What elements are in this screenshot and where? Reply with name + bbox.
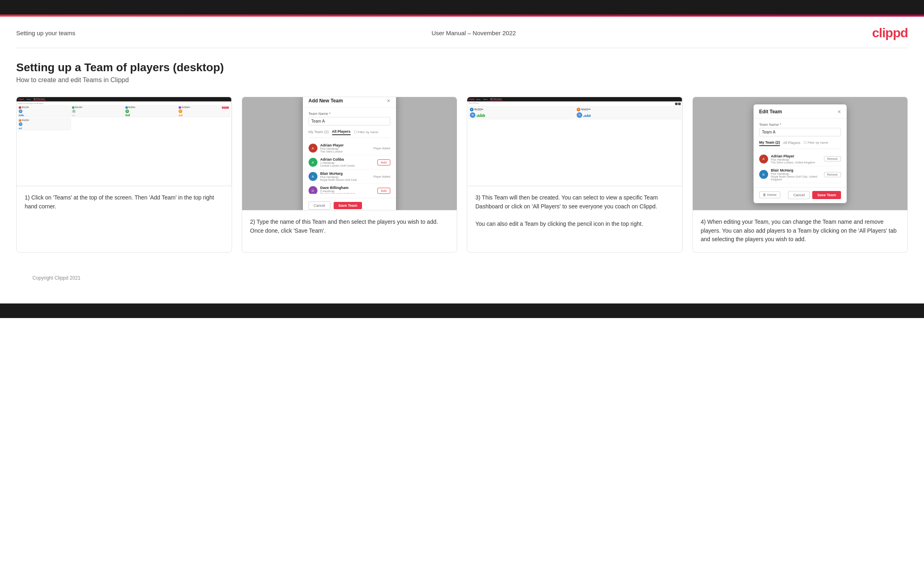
ss3-nav-performance: My Performance — [490, 98, 502, 100]
edit-save-button[interactable]: Save Team — [812, 191, 841, 199]
ss1-avatar-4: D — [179, 106, 181, 109]
edit-filter: ☐ Filter by name — [804, 141, 828, 144]
team-name-label: Team Name * — [309, 112, 390, 116]
ss1-avatar-3: B — [126, 106, 128, 109]
modal-body: Team Name * My Team (2) All Players ☐ Fi… — [303, 108, 396, 198]
player-info-4: Dave Billingham 5 Handicap The Dog Mangi… — [320, 186, 375, 194]
player-badge-3: Player Added — [373, 175, 390, 178]
ss1-avatar-2: A — [72, 106, 75, 109]
screenshot-4: Edit Team × Team Name * My Team (2) All … — [693, 97, 908, 210]
ss3-player-1: B Blair McHarg Plus Handicap 94 — [468, 106, 574, 119]
ss3-player-count: Players: All Players — [468, 103, 479, 105]
ss1-player-2: A Adrian Collins Plus Handicap 0 — [71, 106, 123, 117]
ss1-logo: clippd — [18, 98, 24, 100]
ss3-nav-home: Home — [475, 98, 481, 100]
player-row-4: D Dave Billingham 5 Handicap The Dog Man… — [309, 184, 390, 194]
edit-footer-right: Cancel Save Team — [788, 191, 841, 199]
player-row-3: B Blair McHarg Plus Handicap Royal North… — [309, 170, 390, 184]
ss1-avatar-1: A — [19, 106, 21, 109]
edit-modal-tabs: My Team (2) All Players ☐ Filter by name — [759, 140, 841, 149]
team-name-input[interactable] — [309, 117, 390, 125]
delete-team-button[interactable]: 🗑 Delete — [759, 191, 780, 198]
tab-my-team[interactable]: My Team (2) — [309, 129, 329, 135]
screenshot-3: clippd Home Teams My Performance Players… — [467, 97, 682, 186]
player-avatar-1: A — [309, 144, 317, 153]
add-team-modal: Add New Team × Team Name * My Team (2) A… — [303, 97, 396, 210]
edit-modal-close-icon[interactable]: × — [838, 108, 841, 115]
section-label: Setting up your teams — [16, 30, 75, 36]
ss3-avatar-1: B — [470, 108, 473, 111]
copyright: Copyright Clippd 2021 — [32, 275, 81, 281]
edit-team-modal: Edit Team × Team Name * My Team (2) All … — [754, 104, 847, 203]
edit-player-info-2: Blair McHarg Plus Handicap Royal North D… — [771, 168, 821, 181]
card-4-text: 4) When editing your Team, you can chang… — [693, 210, 908, 252]
top-bar — [0, 0, 924, 15]
ss3-filter-icon[interactable]: ☰ — [678, 103, 681, 105]
logo: clippd — [872, 25, 908, 40]
card-2-text: 2) Type the name of this Team and then s… — [242, 210, 457, 252]
player-info-1: Adrian Player Plus Handicap The Shire Lo… — [320, 143, 370, 153]
cards-row: clippd Home My Performance Finding 8 out… — [16, 97, 908, 252]
ss1-subtitle: Finding 8 out of 8 players from All Play… — [18, 103, 230, 104]
add-player-4-button[interactable]: Add — [377, 188, 390, 194]
edit-modal-header: Edit Team × — [754, 104, 847, 119]
edit-team-name-label: Team Name * — [759, 123, 841, 127]
edit-avatar-2: B — [759, 170, 768, 179]
edit-player-row-2: B Blair McHarg Plus Handicap Royal North… — [759, 166, 841, 183]
remove-player-1-button[interactable]: Remove — [824, 156, 841, 161]
ss1-player-3: B Blair McHarg Plus Handicap 94 — [124, 106, 177, 117]
player-row-2: A Adrian Coliba 1 Handicap Central Londo… — [309, 155, 390, 170]
player-info-2: Adrian Coliba 1 Handicap Central London … — [320, 157, 375, 167]
edit-tab-my-team[interactable]: My Team (2) — [759, 140, 780, 146]
ss1-player-5: R Richard Butler Plus Handicap 72 — [18, 118, 71, 130]
ss1-nav-teams: My Performance — [33, 98, 46, 100]
trash-icon: 🗑 — [763, 193, 766, 197]
add-player-2-button[interactable]: Add — [377, 159, 390, 165]
filter-by-name: ☐ Filter by name — [354, 130, 379, 134]
page-footer: Copyright Clippd 2021 — [16, 269, 908, 287]
modal-save-button[interactable]: Save Team — [334, 202, 362, 209]
edit-avatar-1: A — [759, 155, 768, 163]
modal-tabs: My Team (2) All Players ☐ Filter by name — [309, 129, 390, 138]
player-info-3: Blair McHarg Plus Handicap Royal North D… — [320, 172, 370, 181]
card-3: clippd Home Teams My Performance Players… — [467, 97, 683, 252]
modal-cancel-button[interactable]: Cancel — [309, 202, 330, 210]
card-1: clippd Home My Performance Finding 8 out… — [16, 97, 232, 252]
edit-team-name-input[interactable] — [759, 128, 841, 136]
modal-header: Add New Team × — [303, 97, 396, 108]
ss3-topbar: clippd Home Teams My Performance — [467, 97, 682, 102]
player-avatar-2: A — [309, 158, 317, 167]
page-content: Setting up a Team of players (desktop) H… — [0, 48, 924, 303]
ss1-add-team: Add Team — [222, 107, 229, 109]
player-avatar-3: B — [309, 172, 317, 181]
page-subtitle: How to create and edit Teams in Clippd — [16, 76, 908, 84]
card-1-text: 1) Click on 'Teams' at the top of the sc… — [17, 186, 232, 252]
ss1-avatar-5: R — [19, 119, 21, 122]
player-avatar-4: D — [309, 186, 317, 194]
screenshot-2: Add New Team × Team Name * My Team (2) A… — [242, 97, 457, 210]
edit-tab-all-players[interactable]: All Players — [783, 140, 801, 146]
tab-all-players[interactable]: All Players — [332, 129, 351, 135]
edit-cancel-button[interactable]: Cancel — [788, 191, 810, 199]
edit-player-row-1: A Adrian Player Plus Handicap The Shire … — [759, 152, 841, 166]
ss3-edit-icon[interactable]: ✏ — [675, 103, 677, 105]
player-badge-1: Player Added — [373, 147, 390, 150]
ss3-players: B Blair McHarg Plus Handicap 94 — [468, 106, 681, 119]
card-2: Add New Team × Team Name * My Team (2) A… — [242, 97, 458, 252]
edit-modal-body: Team Name * My Team (2) All Players ☐ Fi… — [754, 119, 847, 187]
ss3-avatar-2: R — [577, 108, 580, 111]
bottom-bar — [0, 303, 924, 318]
edit-player-info-1: Adrian Player Plus Handicap The Shire Lo… — [771, 154, 821, 164]
screenshot-1: clippd Home My Performance Finding 8 out… — [17, 97, 232, 186]
player-row-1: A Adrian Player Plus Handicap The Shire … — [309, 141, 390, 155]
card-3-text: 3) This Team will then be created. You c… — [467, 186, 682, 252]
remove-player-2-button[interactable]: Remove — [824, 172, 841, 177]
modal-title: Add New Team — [309, 98, 343, 104]
modal-close-icon[interactable]: × — [387, 98, 390, 104]
ss3-player-2: R Richard Butler Plus Handicap 72 — [575, 106, 681, 119]
modal-footer: Cancel Save Team — [303, 198, 396, 210]
manual-label: User Manual – November 2022 — [432, 30, 516, 36]
edit-modal-footer: 🗑 Delete Cancel Save Team — [754, 187, 847, 203]
player-list: A Adrian Player Plus Handicap The Shire … — [309, 141, 390, 194]
header: Setting up your teams User Manual – Nove… — [0, 17, 924, 48]
